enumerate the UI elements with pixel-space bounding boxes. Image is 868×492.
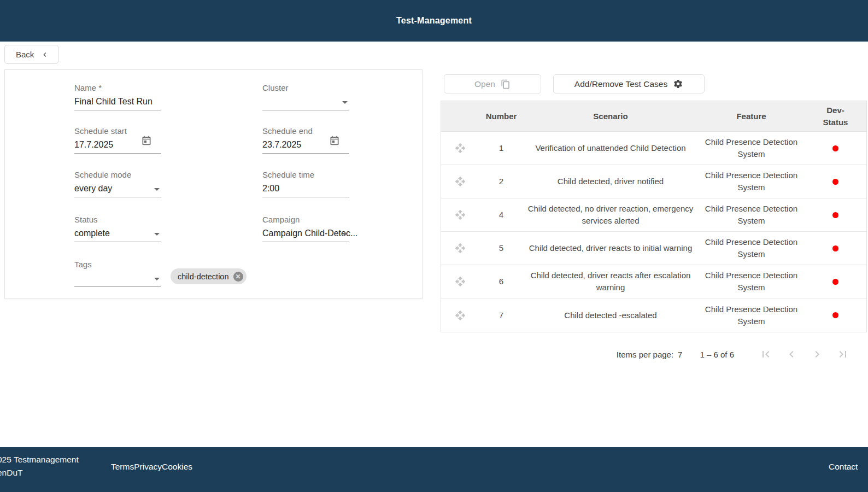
row-scenario: Child detected, driver reacts after esca…: [523, 265, 698, 298]
tags-label: Tags: [74, 260, 161, 270]
dropdown-arrow-icon: [154, 233, 160, 236]
row-feature: Child Presence Detection System: [698, 265, 805, 298]
row-scenario: Child detected, no driver reaction, emer…: [523, 198, 698, 231]
table-body: 1 Verification of unattended Child Detec…: [441, 132, 866, 332]
row-feature: Child Presence Detection System: [698, 198, 805, 231]
drag-column-header: [441, 101, 479, 131]
previous-page-icon[interactable]: [785, 348, 798, 361]
row-number: 7: [479, 298, 523, 332]
paginator: Items per page: 7 1 – 6 of 6: [441, 340, 867, 368]
footer-copyright: 025 Testmanagement: [0, 455, 79, 465]
row-feature: Child Presence Detection System: [698, 132, 805, 165]
campaign-label: Campaign: [262, 215, 349, 225]
scenario-column-header: Scenario: [523, 101, 698, 131]
test-run-form-card: Name * Final Child Test Run Cluster Sche…: [4, 69, 423, 299]
footer-links: TermsPrivacyCookies: [111, 462, 192, 472]
dev-status-dot: [832, 179, 838, 185]
add-remove-label: Add/Remove Test Cases: [574, 79, 667, 89]
footer-brand: enDuT: [0, 468, 23, 478]
table-row[interactable]: 4 Child detected, no driver reaction, em…: [441, 198, 866, 232]
status-label: Status: [74, 215, 161, 225]
row-scenario: Child detected, driver reacts to initial…: [523, 232, 698, 265]
tags-field: Tags: [74, 260, 161, 287]
drag-handle-icon[interactable]: [455, 209, 466, 220]
name-input[interactable]: Final Child Test Run: [74, 93, 161, 110]
page-title: Test-Management: [396, 16, 472, 26]
schedule-time-input[interactable]: 2:00: [262, 180, 349, 197]
open-button-label: Open: [474, 79, 495, 89]
row-feature: Child Presence Detection System: [698, 232, 805, 265]
calendar-icon[interactable]: [141, 135, 152, 146]
tag-chip-label: child-detection: [178, 272, 229, 281]
schedule-time-label: Schedule time: [262, 170, 349, 180]
schedule-mode-field: Schedule mode every day: [74, 170, 161, 197]
row-scenario: Child detected -escalated: [523, 298, 698, 332]
app-footer: 025 Testmanagement enDuT TermsPrivacyCoo…: [0, 447, 868, 492]
schedule-start-field: Schedule start 17.7.2025: [74, 126, 161, 154]
dev-status-dot: [832, 212, 838, 218]
terms-link[interactable]: Terms: [111, 462, 134, 472]
back-button-label: Back: [16, 50, 34, 59]
add-remove-test-cases-button[interactable]: Add/Remove Test Cases: [553, 74, 705, 93]
copy-icon: [501, 79, 511, 89]
dev-status-dot: [832, 279, 838, 285]
tag-chip[interactable]: child-detection ✕: [171, 268, 247, 284]
row-number: 1: [479, 132, 523, 165]
cookies-link[interactable]: Cookies: [162, 462, 192, 472]
dev-status-dot: [832, 145, 838, 151]
app-header: Test-Management: [0, 0, 868, 42]
drag-handle-icon[interactable]: [455, 243, 466, 254]
row-feature: Child Presence Detection System: [698, 165, 805, 198]
row-feature: Child Presence Detection System: [698, 298, 805, 332]
name-label: Name *: [74, 83, 161, 93]
dev-status-dot: [832, 245, 838, 251]
number-column-header: Number: [479, 101, 523, 131]
feature-column-header: Feature: [698, 101, 805, 131]
open-button[interactable]: Open: [444, 74, 541, 93]
test-case-table: Number Scenario Feature Dev-Status 1 Ver…: [441, 101, 867, 332]
back-button[interactable]: Back: [4, 45, 58, 64]
status-select[interactable]: complete: [74, 225, 161, 242]
cluster-field: Cluster: [262, 83, 349, 110]
cluster-label: Cluster: [262, 83, 349, 93]
drag-handle-icon[interactable]: [455, 176, 466, 187]
dev-status-column-header: Dev-Status: [805, 101, 866, 131]
row-number: 5: [479, 232, 523, 265]
row-scenario: Verification of unattended Child Detecti…: [523, 132, 698, 165]
table-header-row: Number Scenario Feature Dev-Status: [441, 101, 866, 132]
cluster-select[interactable]: [262, 93, 349, 110]
tags-select[interactable]: [74, 270, 161, 287]
page-range-label: 1 – 6 of 6: [700, 350, 734, 359]
table-row[interactable]: 5 Child detected, driver reacts to initi…: [441, 232, 866, 265]
dev-status-dot: [832, 312, 838, 318]
campaign-field: Campaign Campaign Child-Detec...: [262, 215, 349, 242]
schedule-mode-label: Schedule mode: [74, 170, 161, 180]
campaign-select[interactable]: Campaign Child-Detec...: [262, 225, 349, 242]
drag-handle-icon[interactable]: [455, 310, 466, 321]
contact-link[interactable]: Contact: [829, 462, 858, 472]
privacy-link[interactable]: Privacy: [134, 462, 162, 472]
dropdown-arrow-icon: [154, 188, 160, 191]
drag-handle-icon[interactable]: [455, 276, 466, 287]
next-page-icon[interactable]: [811, 348, 824, 361]
status-field: Status complete: [74, 215, 161, 242]
chevron-left-icon: [40, 50, 49, 59]
row-number: 4: [479, 198, 523, 231]
page-size-select[interactable]: 7: [678, 350, 682, 359]
table-row[interactable]: 2 Child detected, driver notified Child …: [441, 165, 866, 198]
dropdown-arrow-icon: [342, 233, 348, 236]
schedule-mode-select[interactable]: every day: [74, 180, 161, 197]
row-number: 2: [479, 165, 523, 198]
first-page-icon[interactable]: [759, 348, 772, 361]
table-row[interactable]: 7 Child detected -escalated Child Presen…: [441, 298, 866, 332]
table-row[interactable]: 1 Verification of unattended Child Detec…: [441, 132, 866, 165]
chip-remove-icon[interactable]: ✕: [233, 272, 243, 282]
table-row[interactable]: 6 Child detected, driver reacts after es…: [441, 265, 866, 298]
schedule-time-field: Schedule time 2:00: [262, 170, 349, 197]
items-per-page-label: Items per page:: [617, 350, 673, 359]
calendar-icon[interactable]: [329, 135, 340, 146]
dropdown-arrow-icon: [342, 101, 348, 104]
last-page-icon[interactable]: [836, 348, 849, 361]
drag-handle-icon[interactable]: [455, 143, 466, 154]
row-scenario: Child detected, driver notified: [523, 165, 698, 198]
